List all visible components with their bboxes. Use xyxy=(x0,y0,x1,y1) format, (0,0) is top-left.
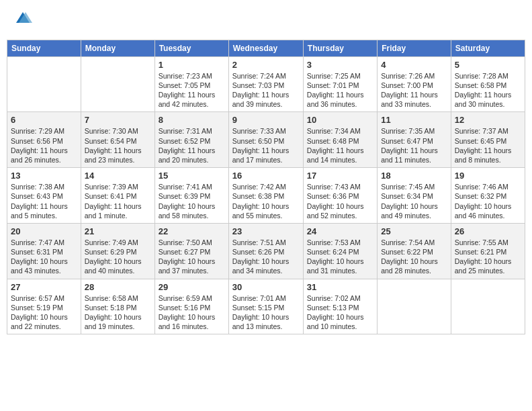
day-info: Sunrise: 7:26 AMSunset: 7:00 PMDaylight:… xyxy=(381,71,447,109)
calendar-cell: 8Sunrise: 7:31 AMSunset: 6:52 PMDaylight… xyxy=(154,112,228,168)
day-info: Sunrise: 7:50 AMSunset: 6:27 PMDaylight:… xyxy=(159,238,225,276)
day-number: 28 xyxy=(85,282,151,292)
day-info: Sunrise: 7:42 AMSunset: 6:38 PMDaylight:… xyxy=(232,182,300,220)
day-info: Sunrise: 7:33 AMSunset: 6:50 PMDaylight:… xyxy=(232,126,300,165)
day-number: 8 xyxy=(159,115,225,125)
day-info: Sunrise: 7:38 AMSunset: 6:43 PMDaylight:… xyxy=(11,182,77,220)
calendar-cell: 26Sunrise: 7:55 AMSunset: 6:21 PMDayligh… xyxy=(451,223,525,279)
calendar-cell: 10Sunrise: 7:34 AMSunset: 6:48 PMDayligh… xyxy=(303,112,377,168)
day-info: Sunrise: 7:54 AMSunset: 6:22 PMDaylight:… xyxy=(381,238,447,276)
calendar-cell xyxy=(378,279,451,334)
col-header-thursday: Thursday xyxy=(303,40,377,56)
col-header-sunday: Sunday xyxy=(7,40,81,56)
calendar-cell: 13Sunrise: 7:38 AMSunset: 6:43 PMDayligh… xyxy=(7,168,81,224)
calendar-cell: 23Sunrise: 7:51 AMSunset: 6:26 PMDayligh… xyxy=(228,223,303,279)
day-info: Sunrise: 7:02 AMSunset: 5:13 PMDaylight:… xyxy=(307,293,373,332)
calendar-cell: 24Sunrise: 7:53 AMSunset: 6:24 PMDayligh… xyxy=(303,223,377,279)
day-number: 17 xyxy=(307,171,373,181)
day-number: 29 xyxy=(159,282,225,292)
calendar-cell xyxy=(81,56,154,112)
day-info: Sunrise: 7:28 AMSunset: 6:58 PMDaylight:… xyxy=(455,71,521,109)
calendar-cell xyxy=(451,279,525,334)
day-number: 25 xyxy=(381,226,447,236)
calendar-cell: 17Sunrise: 7:43 AMSunset: 6:36 PMDayligh… xyxy=(303,168,377,224)
day-number: 15 xyxy=(159,171,225,181)
day-number: 13 xyxy=(11,171,77,181)
calendar-cell: 6Sunrise: 7:29 AMSunset: 6:56 PMDaylight… xyxy=(7,112,81,168)
calendar-cell: 22Sunrise: 7:50 AMSunset: 6:27 PMDayligh… xyxy=(154,223,228,279)
day-info: Sunrise: 7:24 AMSunset: 7:03 PMDaylight:… xyxy=(232,71,300,109)
day-info: Sunrise: 7:30 AMSunset: 6:54 PMDaylight:… xyxy=(85,126,151,165)
calendar-cell: 27Sunrise: 6:57 AMSunset: 5:19 PMDayligh… xyxy=(7,279,81,334)
day-number: 20 xyxy=(11,226,77,236)
day-info: Sunrise: 7:46 AMSunset: 6:32 PMDaylight:… xyxy=(455,182,521,220)
calendar-cell: 18Sunrise: 7:45 AMSunset: 6:34 PMDayligh… xyxy=(378,168,451,224)
day-info: Sunrise: 7:23 AMSunset: 7:05 PMDaylight:… xyxy=(159,71,225,109)
calendar-cell: 15Sunrise: 7:41 AMSunset: 6:39 PMDayligh… xyxy=(154,168,228,224)
col-header-saturday: Saturday xyxy=(451,40,525,56)
day-info: Sunrise: 7:51 AMSunset: 6:26 PMDaylight:… xyxy=(232,238,300,276)
calendar-cell: 25Sunrise: 7:54 AMSunset: 6:22 PMDayligh… xyxy=(378,223,451,279)
day-info: Sunrise: 7:01 AMSunset: 5:15 PMDaylight:… xyxy=(232,293,300,332)
day-info: Sunrise: 7:34 AMSunset: 6:48 PMDaylight:… xyxy=(307,126,373,165)
col-header-wednesday: Wednesday xyxy=(228,40,303,56)
day-info: Sunrise: 7:41 AMSunset: 6:39 PMDaylight:… xyxy=(159,182,225,220)
day-number: 2 xyxy=(232,60,300,70)
day-number: 1 xyxy=(159,60,225,70)
calendar-cell: 29Sunrise: 6:59 AMSunset: 5:16 PMDayligh… xyxy=(154,279,228,334)
day-number: 18 xyxy=(381,171,447,181)
day-number: 5 xyxy=(455,60,521,70)
day-number: 4 xyxy=(381,60,447,70)
day-number: 10 xyxy=(307,115,373,125)
calendar-cell: 2Sunrise: 7:24 AMSunset: 7:03 PMDaylight… xyxy=(228,56,303,112)
day-number: 3 xyxy=(307,60,373,70)
day-number: 14 xyxy=(85,171,151,181)
calendar-cell: 9Sunrise: 7:33 AMSunset: 6:50 PMDaylight… xyxy=(228,112,303,168)
day-info: Sunrise: 7:49 AMSunset: 6:29 PMDaylight:… xyxy=(85,238,151,276)
day-number: 16 xyxy=(232,171,300,181)
calendar-cell: 3Sunrise: 7:25 AMSunset: 7:01 PMDaylight… xyxy=(303,56,377,112)
day-number: 23 xyxy=(232,226,300,236)
day-info: Sunrise: 7:55 AMSunset: 6:21 PMDaylight:… xyxy=(455,238,521,276)
logo-icon xyxy=(13,9,32,28)
calendar-cell: 7Sunrise: 7:30 AMSunset: 6:54 PMDaylight… xyxy=(81,112,154,168)
calendar-cell: 19Sunrise: 7:46 AMSunset: 6:32 PMDayligh… xyxy=(451,168,525,224)
calendar-cell: 1Sunrise: 7:23 AMSunset: 7:05 PMDaylight… xyxy=(154,56,228,112)
calendar-cell: 16Sunrise: 7:42 AMSunset: 6:38 PMDayligh… xyxy=(228,168,303,224)
day-info: Sunrise: 7:25 AMSunset: 7:01 PMDaylight:… xyxy=(307,71,373,109)
day-number: 27 xyxy=(11,282,77,292)
day-info: Sunrise: 7:37 AMSunset: 6:45 PMDaylight:… xyxy=(455,126,521,165)
calendar-cell: 28Sunrise: 6:58 AMSunset: 5:18 PMDayligh… xyxy=(81,279,154,334)
calendar-cell: 11Sunrise: 7:35 AMSunset: 6:47 PMDayligh… xyxy=(378,112,451,168)
calendar-cell: 12Sunrise: 7:37 AMSunset: 6:45 PMDayligh… xyxy=(451,112,525,168)
day-info: Sunrise: 7:53 AMSunset: 6:24 PMDaylight:… xyxy=(307,238,373,276)
logo xyxy=(12,9,32,32)
page-header xyxy=(7,7,525,34)
day-number: 6 xyxy=(11,115,77,125)
calendar-cell xyxy=(7,56,81,112)
day-number: 9 xyxy=(232,115,300,125)
calendar-cell: 21Sunrise: 7:49 AMSunset: 6:29 PMDayligh… xyxy=(81,223,154,279)
calendar-cell: 4Sunrise: 7:26 AMSunset: 7:00 PMDaylight… xyxy=(378,56,451,112)
col-header-monday: Monday xyxy=(81,40,154,56)
col-header-tuesday: Tuesday xyxy=(154,40,228,56)
day-info: Sunrise: 7:45 AMSunset: 6:34 PMDaylight:… xyxy=(381,182,447,220)
day-info: Sunrise: 7:31 AMSunset: 6:52 PMDaylight:… xyxy=(159,126,225,165)
day-number: 7 xyxy=(85,115,151,125)
day-number: 19 xyxy=(455,171,521,181)
day-info: Sunrise: 7:47 AMSunset: 6:31 PMDaylight:… xyxy=(11,238,77,276)
calendar-cell: 31Sunrise: 7:02 AMSunset: 5:13 PMDayligh… xyxy=(303,279,377,334)
day-info: Sunrise: 7:35 AMSunset: 6:47 PMDaylight:… xyxy=(381,126,447,165)
day-info: Sunrise: 6:59 AMSunset: 5:16 PMDaylight:… xyxy=(159,293,225,332)
calendar-cell: 14Sunrise: 7:39 AMSunset: 6:41 PMDayligh… xyxy=(81,168,154,224)
day-number: 31 xyxy=(307,282,373,292)
day-number: 21 xyxy=(85,226,151,236)
day-info: Sunrise: 6:58 AMSunset: 5:18 PMDaylight:… xyxy=(85,293,151,332)
calendar-cell: 5Sunrise: 7:28 AMSunset: 6:58 PMDaylight… xyxy=(451,56,525,112)
day-number: 11 xyxy=(381,115,447,125)
day-number: 24 xyxy=(307,226,373,236)
calendar-cell: 30Sunrise: 7:01 AMSunset: 5:15 PMDayligh… xyxy=(228,279,303,334)
col-header-friday: Friday xyxy=(378,40,451,56)
day-info: Sunrise: 7:43 AMSunset: 6:36 PMDaylight:… xyxy=(307,182,373,220)
day-info: Sunrise: 7:39 AMSunset: 6:41 PMDaylight:… xyxy=(85,182,151,220)
